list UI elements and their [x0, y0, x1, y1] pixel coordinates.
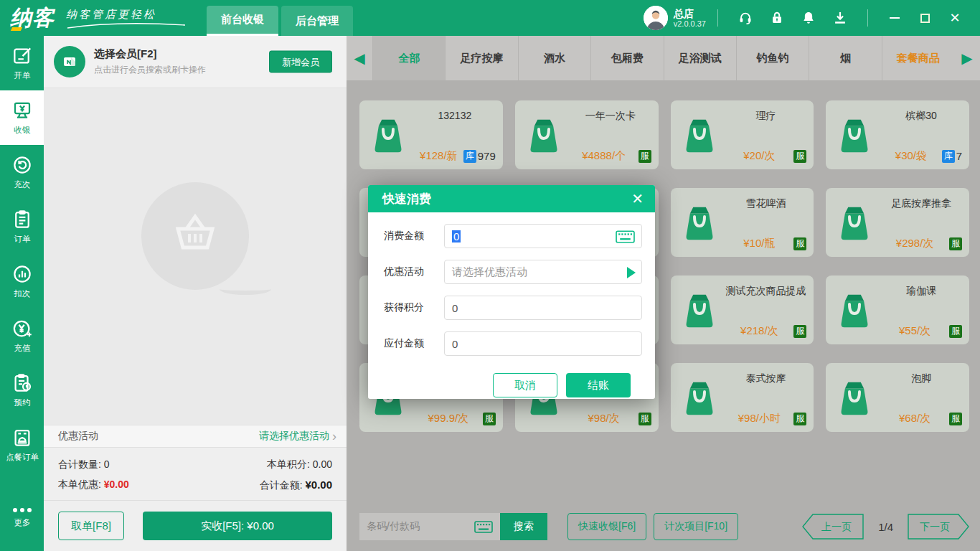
category-tab-footbath-test[interactable]: 足浴测试	[664, 36, 736, 80]
service-badge: 服	[793, 237, 806, 250]
earned-points-input[interactable]: 0	[444, 296, 642, 320]
category-tab-cigarette[interactable]: 烟	[809, 36, 881, 80]
modal-title: 快速消费	[382, 191, 431, 207]
main-nav: 前台收银 后台管理	[207, 0, 356, 36]
service-badge: 服	[639, 413, 651, 425]
add-member-button[interactable]: 新增会员	[269, 51, 332, 73]
service-badge: 服	[949, 237, 962, 250]
store-avatar[interactable]	[644, 6, 668, 30]
headset-icon[interactable]	[738, 10, 753, 26]
sidebar-item-open-bill[interactable]: 开单	[0, 36, 44, 90]
quick-cashier-button[interactable]: 快速收银[F6]	[567, 513, 646, 540]
prev-page-button[interactable]: 上一页	[802, 514, 864, 540]
store-name: 总店	[674, 8, 706, 19]
quick-consume-modal: 快速消费 ✕ 消费金额 0 优惠活动 请选择优惠活动 获得积分 0 应付金额	[368, 185, 655, 399]
member-panel: 选择会员[F2] 点击进行会员搜索或刷卡操作 新增会员 优惠活动 请选择优惠活动…	[44, 36, 347, 551]
product-card[interactable]: 理疗 ¥20/次服	[671, 100, 814, 169]
modal-body: 消费金额 0 优惠活动 请选择优惠活动 获得积分 0 应付金额 0	[368, 212, 655, 397]
earned-points-row: 获得积分 0	[384, 296, 642, 320]
tab-front-cashier[interactable]: 前台收银	[207, 6, 278, 36]
next-page-button[interactable]: 下一页	[908, 514, 969, 540]
member-card-icon	[54, 46, 85, 77]
product-card[interactable]: 泰式按摩 ¥98/小时服	[671, 363, 814, 432]
promo-label: 优惠活动	[58, 430, 98, 443]
modal-header: 快速消费 ✕	[368, 185, 655, 212]
shopping-bag-icon	[679, 113, 720, 156]
maximize-button[interactable]	[915, 9, 934, 27]
brand-logo: 纳客	[10, 4, 55, 33]
barcode-input[interactable]: 条码/付款码	[359, 513, 500, 540]
category-tab-room-fee[interactable]: 包厢费	[590, 36, 663, 80]
checkout-button[interactable]: 结账	[566, 373, 631, 397]
lock-icon[interactable]	[769, 10, 785, 26]
hold-order-button[interactable]: 取单[F8]	[58, 512, 124, 540]
service-badge: 服	[949, 413, 962, 425]
category-tab-foot-massage[interactable]: 足疗按摩	[445, 36, 517, 80]
sidebar-item-recharge-times[interactable]: 充次	[0, 145, 44, 199]
tab-backend-manage[interactable]: 后台管理	[281, 6, 353, 36]
receive-payment-button[interactable]: 实收[F5]: ¥0.00	[143, 512, 332, 540]
product-card[interactable]: 泡脚 ¥68/次服	[826, 363, 969, 432]
brand-slogan: 纳客管店更轻松	[66, 8, 188, 22]
sidebar-item-deduct-times[interactable]: 扣次	[0, 254, 44, 309]
consume-amount-input[interactable]: 0	[444, 224, 642, 248]
sidebar-item-more[interactable]: 更多	[0, 491, 44, 545]
product-card[interactable]: 足底按摩推拿 ¥298/次服	[826, 188, 969, 257]
keyboard-icon[interactable]	[474, 521, 493, 533]
sidebar-item-orders[interactable]: 订单	[0, 199, 44, 254]
person-icon	[644, 6, 668, 30]
watermark-shadow	[220, 283, 271, 295]
promo-activity-select[interactable]: 请选择优惠活动	[444, 260, 642, 284]
shopping-bag-icon	[834, 288, 875, 331]
category-tab-drinks[interactable]: 酒水	[518, 36, 590, 80]
deduct-times-icon	[11, 263, 33, 285]
category-tab-combo[interactable]: 套餐商品	[882, 36, 954, 80]
selected-text: 0	[452, 230, 461, 242]
cancel-button[interactable]: 取消	[493, 373, 557, 397]
sidebar-item-meal-order[interactable]: 点餐订单	[0, 418, 44, 472]
category-prev-arrow[interactable]: ◀	[347, 36, 372, 80]
keyboard-icon[interactable]	[616, 230, 635, 243]
product-card[interactable]: 测试充次商品提成 ¥218/次服	[671, 276, 814, 344]
service-badge: 服	[793, 413, 806, 425]
promo-select[interactable]: 请选择优惠活动	[259, 430, 329, 443]
close-button[interactable]: ✕	[946, 9, 964, 27]
promo-activity-row: 优惠活动 请选择优惠活动	[384, 260, 642, 284]
sidebar-item-recharge-money[interactable]: 充值	[0, 309, 44, 363]
slogan-underline	[66, 23, 188, 29]
sidebar: 开单 收银 充次 订单 扣次 充值 预约 点餐订单 更多	[0, 36, 44, 551]
minimize-button[interactable]	[885, 9, 904, 27]
chevron-right-icon: ›	[332, 430, 336, 443]
product-card[interactable]: 槟榔30 ¥30/袋库7	[826, 100, 969, 169]
modal-close-icon[interactable]: ✕	[631, 192, 644, 206]
sidebar-item-reservation[interactable]: 预约	[0, 363, 44, 418]
discount-total: 本单优惠: ¥0.00	[58, 479, 129, 491]
bell-icon[interactable]	[801, 10, 816, 26]
recharge-times-icon	[11, 154, 33, 176]
category-tab-all[interactable]: 全部	[372, 36, 445, 80]
product-card[interactable]: 132132 ¥128/新库979	[359, 100, 503, 169]
service-badge: 服	[483, 413, 496, 425]
download-icon[interactable]	[832, 10, 848, 26]
category-tab-fishing[interactable]: 钓鱼钓	[736, 36, 809, 80]
pagination: 上一页 1/4 下一页	[802, 514, 969, 540]
counting-item-button[interactable]: 计次项目[F10]	[654, 513, 738, 540]
shopping-bag-icon	[524, 113, 564, 156]
qty-total: 合计数量: 0	[58, 458, 110, 471]
edit-order-icon	[11, 45, 33, 67]
product-card[interactable]: 雪花啤酒 ¥10/瓶服	[671, 188, 814, 257]
sidebar-item-cashier[interactable]: 收银	[0, 90, 44, 145]
stock-badge: 库	[942, 150, 955, 163]
payable-amount-input[interactable]: 0	[444, 331, 642, 356]
product-card[interactable]: 一年一次卡 ¥4888/个服	[515, 100, 659, 169]
service-badge: 服	[949, 325, 962, 338]
divider	[867, 9, 868, 27]
product-card[interactable]: 瑜伽课 ¥55/次服	[826, 276, 969, 344]
category-next-arrow[interactable]: ▶	[954, 36, 980, 80]
shopping-bag-icon	[834, 113, 875, 156]
stock-badge: 库	[463, 150, 476, 163]
category-bar: ◀ 全部 足疗按摩 酒水 包厢费 足浴测试 钓鱼钓 烟 套餐商品 ▶	[347, 36, 980, 80]
member-select-header[interactable]: 选择会员[F2] 点击进行会员搜索或刷卡操作 新增会员	[44, 36, 347, 88]
search-button[interactable]: 搜索	[500, 513, 547, 540]
store-info: 总店 v2.0.0.37	[674, 8, 706, 28]
